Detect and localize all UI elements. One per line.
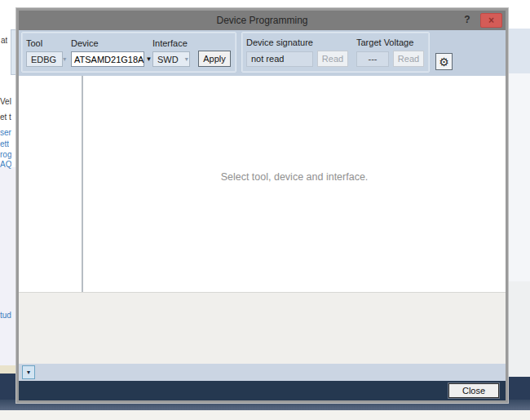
chevron-down-icon: ▾ bbox=[56, 55, 66, 63]
tool-value: EDBG bbox=[31, 55, 56, 64]
background-left-area bbox=[0, 167, 17, 365]
message-area: Select tool, device and interface. bbox=[83, 76, 506, 292]
interface-value: SWD bbox=[157, 55, 179, 64]
background-right-strip bbox=[508, 281, 530, 377]
tool-device-interface-group: Tool EDBG ▾ Device ATSAMD21G18A ▼ Inter bbox=[21, 32, 236, 73]
background-right-strip bbox=[508, 29, 530, 73]
dialog-title: Device Programming bbox=[216, 15, 307, 26]
screen: at Vel et t ser ett rog AQ tud Device Pr… bbox=[0, 0, 530, 420]
signature-read-button[interactable]: Read bbox=[317, 51, 348, 67]
select-tool-message: Select tool, device and interface. bbox=[221, 171, 369, 183]
device-value: ATSAMD21G18A bbox=[74, 55, 144, 64]
section-nav-list[interactable] bbox=[19, 76, 83, 292]
background-yellow-strip bbox=[0, 365, 17, 374]
apply-column: Apply bbox=[198, 51, 231, 67]
background-link-fragment: AQ bbox=[0, 160, 11, 169]
tool-label: Tool bbox=[26, 38, 63, 48]
interface-label: Interface bbox=[152, 38, 190, 48]
interface-column: Interface SWD ▾ bbox=[152, 38, 190, 67]
signature-voltage-group: Device signature not read Read Target Vo… bbox=[241, 32, 430, 73]
device-label: Device bbox=[71, 38, 144, 48]
device-signature-field: not read bbox=[246, 51, 313, 67]
apply-button[interactable]: Apply bbox=[198, 51, 231, 67]
background-text-fragment: at bbox=[1, 36, 7, 45]
output-band: ▾ bbox=[19, 364, 506, 381]
settings-button[interactable]: ⚙ bbox=[435, 53, 453, 70]
target-voltage-label: Target Voltage bbox=[356, 38, 424, 47]
background-link-fragment: tud bbox=[0, 311, 11, 320]
close-icon[interactable]: × bbox=[480, 13, 502, 28]
background-right-strip bbox=[508, 0, 530, 29]
help-button[interactable]: ? bbox=[460, 12, 475, 27]
tool-select[interactable]: EDBG ▾ bbox=[26, 51, 63, 67]
device-signature-label: Device signature bbox=[246, 38, 348, 47]
background-text-fragment: Vel bbox=[0, 97, 11, 106]
target-voltage-field: --- bbox=[356, 51, 389, 67]
dialog-toolbar: Tool EDBG ▾ Device ATSAMD21G18A ▼ Inter bbox=[19, 30, 506, 76]
background-link-fragment: ser bbox=[0, 128, 11, 137]
output-expander-button[interactable]: ▾ bbox=[22, 365, 35, 379]
dialog-main-area: Select tool, device and interface. bbox=[19, 76, 506, 292]
interface-select[interactable]: SWD ▾ bbox=[152, 51, 190, 67]
tool-column: Tool EDBG ▾ bbox=[26, 38, 63, 67]
device-column: Device ATSAMD21G18A ▼ bbox=[71, 38, 144, 67]
close-button[interactable]: Close bbox=[448, 383, 499, 398]
background-link-fragment: rog bbox=[0, 150, 11, 159]
device-signature-column: Device signature not read Read bbox=[246, 38, 348, 67]
gear-icon: ⚙ bbox=[439, 55, 449, 69]
background-bottom-area bbox=[0, 410, 530, 420]
background-link-fragment: ett bbox=[0, 139, 9, 148]
target-voltage-column: Target Voltage --- Read bbox=[356, 38, 424, 67]
device-programming-dialog: Device Programming ? × Tool EDBG ▾ Devic… bbox=[16, 8, 508, 403]
background-text-fragment: et t bbox=[0, 113, 11, 122]
detail-panel bbox=[19, 292, 506, 364]
dialog-titlebar[interactable]: Device Programming ? × bbox=[19, 11, 506, 30]
voltage-read-button[interactable]: Read bbox=[393, 51, 424, 67]
device-combo-input[interactable]: ATSAMD21G18A ▼ bbox=[71, 51, 144, 67]
chevron-down-icon: ▾ bbox=[179, 55, 188, 63]
background-right-strip bbox=[508, 73, 530, 281]
dialog-footer-bar: Close bbox=[19, 381, 506, 400]
